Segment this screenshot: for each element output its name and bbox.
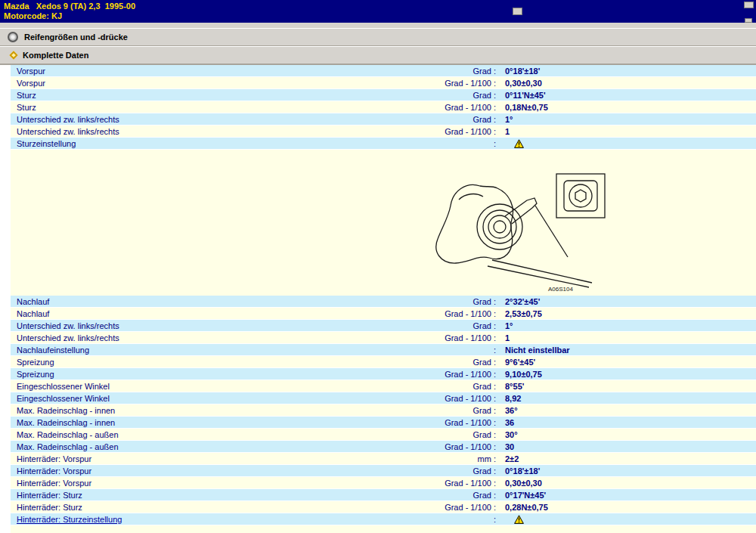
diagram-code: A06S104 xyxy=(548,286,573,293)
spec-value: 0°18'±18' xyxy=(505,67,756,76)
unit-label: : xyxy=(494,139,505,148)
alignment-table-front: VorspurGrad :0°18'±18'VorspurGrad - 1/10… xyxy=(0,65,756,150)
spec-value: 0,18N±0,75 xyxy=(505,103,756,112)
warning-icon[interactable] xyxy=(514,139,524,148)
table-row: Max. Radeinschlag - außenGrad :30° xyxy=(11,429,756,441)
tyre-icon xyxy=(8,32,18,42)
unit-label: Grad - 1/100 : xyxy=(445,418,505,427)
bottom-filler xyxy=(11,525,756,533)
spec-label: Nachlauf xyxy=(11,297,49,306)
table-row: SturzGrad :0°11'N±45' xyxy=(11,89,756,101)
spec-value: 36° xyxy=(505,406,756,415)
spec-value: 2,53±0,75 xyxy=(505,309,756,318)
spec-label: Hinterräder: Vorspur xyxy=(11,466,91,476)
diagram-row: A06S104 xyxy=(11,150,756,296)
table-row: Unterschied zw. links/rechtsGrad - 1/100… xyxy=(11,126,756,138)
unit-label: Grad - 1/100 : xyxy=(445,103,505,112)
table-row: SpreizungGrad - 1/100 :9,10±0,75 xyxy=(11,368,756,380)
unit-label: Grad - 1/100 : xyxy=(445,503,505,512)
spec-value: 8°55' xyxy=(505,382,756,391)
unit-label: Grad : xyxy=(472,321,505,330)
unit-label: Grad : xyxy=(472,491,505,500)
spec-label: Sturzeinstellung xyxy=(11,139,76,148)
spec-value: 8,92 xyxy=(505,394,756,403)
table-row: Max. Radeinschlag - innenGrad - 1/100 :3… xyxy=(11,417,756,429)
section-tyre-sizes[interactable]: Reifengrößen und -drücke xyxy=(0,28,756,46)
spec-value: 2°32'±45' xyxy=(505,297,756,306)
spec-value: 0,30±0,30 xyxy=(505,479,756,488)
spec-value: 1 xyxy=(505,127,756,136)
spec-label: Eingeschlossener Winkel xyxy=(11,382,110,391)
unit-label: Grad - 1/100 : xyxy=(445,79,505,88)
unit-label: Grad : xyxy=(472,406,505,415)
unit-label: : xyxy=(494,515,505,524)
table-row: Unterschied zw. links/rechtsGrad :1° xyxy=(11,320,756,332)
spec-label: Hinterräder: Sturz xyxy=(11,503,82,512)
spec-value: 0°18'±18' xyxy=(505,466,756,476)
spec-label: Eingeschlossener Winkel xyxy=(11,394,110,403)
table-row: Hinterräder: VorspurGrad - 1/100 :0,30±0… xyxy=(11,477,756,489)
table-row: Eingeschlossener WinkelGrad :8°55' xyxy=(11,380,756,392)
spec-value: 1° xyxy=(505,321,756,330)
table-row: NachlaufGrad :2°32'±45' xyxy=(11,296,756,308)
spec-label: Hinterräder: Vorspur xyxy=(11,479,91,488)
table-row: SturzGrad - 1/100 :0,18N±0,75 xyxy=(11,101,756,113)
unit-label: Grad : xyxy=(472,430,505,439)
warning-icon[interactable] xyxy=(514,515,524,524)
spec-value: 0,28N±0,75 xyxy=(505,503,756,512)
table-row: Max. Radeinschlag - außenGrad - 1/100 :3… xyxy=(11,441,756,453)
spec-value: 30 xyxy=(505,442,756,451)
spec-label: Max. Radeinschlag - außen xyxy=(11,430,119,439)
vehicle-title: Mazda Xedos 9 (TA) 2,3 1995-00 xyxy=(4,2,756,11)
spec-value: 36 xyxy=(505,418,756,427)
unit-label: Grad : xyxy=(472,358,505,367)
title-bar: Mazda Xedos 9 (TA) 2,3 1995-00 Motorcode… xyxy=(0,0,756,23)
spec-value: 9°6'±45' xyxy=(505,358,756,367)
spec-value xyxy=(505,515,756,524)
alignment-table-rear: NachlaufGrad :2°32'±45'NachlaufGrad - 1/… xyxy=(0,296,756,525)
table-row: Unterschied zw. links/rechtsGrad :1° xyxy=(11,113,756,126)
table-row: VorspurGrad :0°18'±18' xyxy=(11,65,756,77)
table-row: NachlaufGrad - 1/100 :2,53±0,75 xyxy=(11,308,756,320)
unit-label: Grad - 1/100 : xyxy=(445,394,505,403)
app-window: Mazda Xedos 9 (TA) 2,3 1995-00 Motorcode… xyxy=(0,0,756,533)
header-control-button[interactable] xyxy=(744,2,754,8)
section-complete-data[interactable]: Komplette Daten xyxy=(0,46,756,64)
spec-value: 0,30±0,30 xyxy=(505,79,756,88)
unit-label: mm : xyxy=(478,454,505,463)
engine-code: Motorcode: KJ xyxy=(4,11,756,21)
header-control-button[interactable] xyxy=(745,18,752,23)
section-bar: Reifengrößen und -drücke Komplette Daten xyxy=(0,23,756,65)
spec-label: Unterschied zw. links/rechts xyxy=(11,321,119,330)
unit-label: Grad : xyxy=(472,115,505,124)
spec-label: Max. Radeinschlag - außen xyxy=(11,442,119,451)
spec-label: Hinterräder: Sturz xyxy=(11,491,82,500)
unit-label: Grad : xyxy=(472,382,505,391)
header-dropdown-button[interactable] xyxy=(513,8,522,15)
table-row: VorspurGrad - 1/100 :0,30±0,30 xyxy=(11,77,756,89)
diamond-icon xyxy=(9,51,17,59)
spec-label: Vorspur xyxy=(11,79,45,88)
table-row: Eingeschlossener WinkelGrad - 1/100 :8,9… xyxy=(11,392,756,404)
unit-label: Grad - 1/100 : xyxy=(445,370,505,379)
unit-label: Grad : xyxy=(472,67,505,76)
table-row: Unterschied zw. links/rechtsGrad - 1/100… xyxy=(11,332,756,344)
spec-label: Vorspur xyxy=(11,67,45,76)
spec-value: 0°17'N±45' xyxy=(505,491,756,500)
spec-label: Max. Radeinschlag - innen xyxy=(11,418,115,427)
spec-label: Max. Radeinschlag - innen xyxy=(11,406,115,415)
spec-label: Spreizung xyxy=(11,358,54,367)
table-row: SpreizungGrad :9°6'±45' xyxy=(11,356,756,368)
spec-value: 1° xyxy=(505,115,756,124)
spec-label: Unterschied zw. links/rechts xyxy=(11,333,119,342)
table-row: Sturzeinstellung: xyxy=(11,138,756,150)
unit-label: Grad - 1/100 : xyxy=(445,309,505,318)
spec-value: 30° xyxy=(505,430,756,439)
unit-label: Grad : xyxy=(472,91,505,100)
spec-label-link[interactable]: Hinterräder: Sturzeinstellung xyxy=(11,515,122,524)
camber-adjustment-diagram: A06S104 xyxy=(420,168,624,293)
spec-label: Sturz xyxy=(11,103,36,112)
spec-label: Spreizung xyxy=(11,370,54,379)
spec-value: Nicht einstellbar xyxy=(505,346,756,355)
unit-label: Grad : xyxy=(472,466,505,476)
